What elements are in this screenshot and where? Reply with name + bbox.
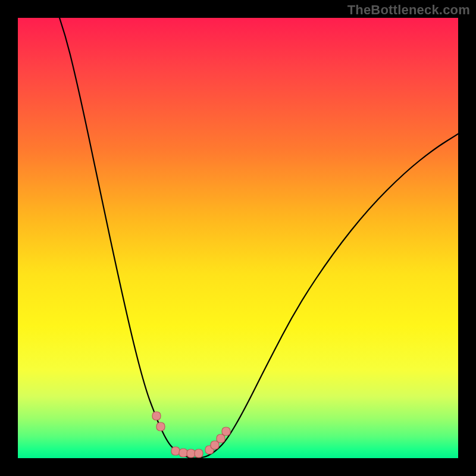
plot-area (18, 18, 458, 458)
chart-frame: TheBottleneck.com (0, 0, 476, 476)
bead-marker (171, 447, 180, 455)
bead-marker (217, 434, 225, 443)
left-curve (60, 18, 190, 458)
watermark-text: TheBottleneck.com (347, 2, 470, 18)
right-curve (190, 134, 458, 458)
bead-marker (152, 412, 161, 420)
bead-marker (179, 449, 187, 457)
bead-marker (195, 449, 203, 458)
bead-marker (156, 422, 165, 431)
curves-svg (18, 18, 458, 458)
bead-marker (187, 449, 195, 458)
bead-marker (222, 427, 230, 436)
